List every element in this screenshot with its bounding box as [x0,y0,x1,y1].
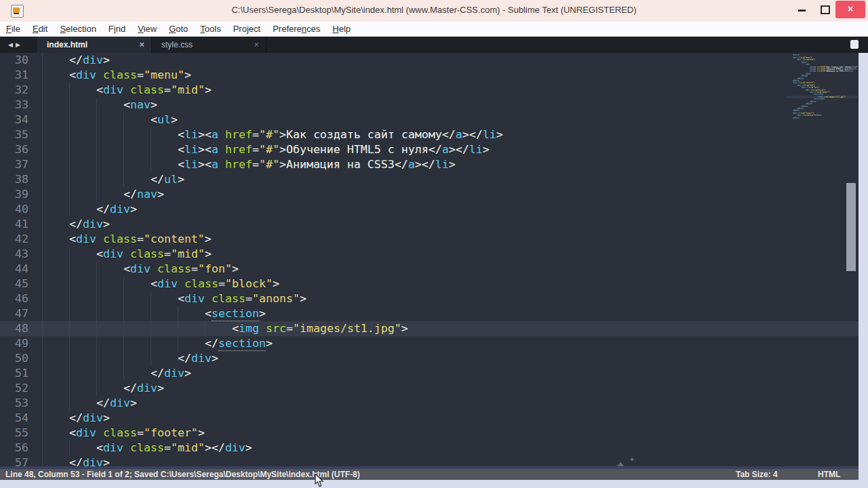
close-button[interactable]: × [835,1,865,18]
mouse-cursor [315,474,325,488]
tab-scroll-arrows[interactable]: ◀▶ [8,37,23,53]
code-line[interactable]: 35<li><a href="#">Как создать сайт самом… [0,127,859,142]
code-text: <section> [205,307,266,321]
line-number: 46 [0,291,28,306]
code-text: </ul> [151,173,184,186]
code-line[interactable]: 38</ul> [0,172,859,187]
code-line[interactable]: 30</div> [0,53,859,68]
code-line[interactable]: 56<div class="mid"></div> [0,441,859,455]
tab-close-icon[interactable]: × [254,37,259,53]
code-line[interactable]: 49</section> [0,336,859,351]
code-line[interactable]: 43<div class="mid"> [0,247,859,262]
line-number: 53 [0,396,28,411]
menu-item-file[interactable]: File [0,22,26,36]
tab-scroll-right-icon[interactable]: ▶ [16,41,23,48]
status-syntax[interactable]: HTML [818,469,840,480]
code-text: <nav> [123,98,157,111]
code-line[interactable]: 57</div> [0,455,859,466]
indent-guides [42,381,123,396]
status-tab-size[interactable]: Tab Size: 4 [736,469,778,480]
code-line[interactable]: 48<img src="images/st1.jpg"> [0,321,859,336]
indent-guides [42,98,123,113]
sparkle-icon: ✦ [615,458,625,466]
title-bar[interactable]: C:\Users\Serega\Desktop\MySite\index.htm… [0,0,868,22]
menu-item-edit[interactable]: Edit [26,22,54,36]
code-line[interactable]: 52</div> [0,381,859,396]
sublime-text-window: { "window": { "title": "C:\\Users\\Sereg… [0,0,868,488]
indent-guides [42,157,178,172]
indent-guides [42,68,69,83]
menu-item-tools[interactable]: Tools [194,22,226,36]
code-text: <li><a href="#">Анимация на CSS3</a></li… [178,158,456,171]
code-line[interactable]: 34<ul> [0,113,859,127]
indent-guides [42,53,69,68]
tab-scroll-left-icon[interactable]: ◀ [8,41,16,48]
indent-guides [42,113,151,127]
code-editor[interactable]: 30</div>31<div class="menu">32<div class… [0,53,859,466]
code-line[interactable]: 53</div> [0,396,859,411]
indent-guides [42,83,96,98]
code-line[interactable]: 39</nav> [0,187,859,202]
sparkle-icon: ✦ [629,455,635,464]
indent-guides [42,321,232,336]
indent-guides [42,426,69,441]
code-text: </section> [205,337,273,351]
code-line[interactable]: 47<section> [0,306,859,321]
minimize-button[interactable] [798,9,806,12]
code-line[interactable]: 33<nav> [0,98,859,113]
code-line[interactable]: 36<li><a href="#">Обучение HTML5 с нуля<… [0,142,859,157]
menu-item-preferences[interactable]: Preferences [267,22,326,36]
indent-guides [42,396,96,411]
line-number: 57 [0,455,28,466]
indent-guides [42,277,151,291]
tab-label: style.css [152,40,193,49]
code-text: <div class="fon"> [123,262,239,275]
code-text: </div> [69,218,110,230]
code-text: <ul> [151,113,178,126]
code-line[interactable]: 44<div class="fon"> [0,262,859,277]
tab-close-icon[interactable]: × [139,37,144,53]
code-line[interactable]: 46<div class="anons"> [0,291,859,306]
line-number: 34 [0,113,28,127]
tab-style.css[interactable]: style.css× [152,37,267,53]
code-text: <div class="anons"> [178,292,307,305]
code-line[interactable]: 32<div class="mid"> [0,83,859,98]
maximize-button[interactable] [821,5,830,14]
code-line[interactable]: 41</div> [0,217,859,232]
line-number: 43 [0,247,28,262]
code-line[interactable]: 31<div class="menu"> [0,68,859,83]
code-text: <div class="mid"></div> [96,441,252,454]
menu-item-project[interactable]: Project [227,22,267,36]
code-text: <li><a href="#">Анимация на CSS3</a></li… [810,70,853,73]
code-text: <div class="block"> [151,277,279,290]
indent-guides [42,306,205,321]
code-line[interactable]: 37<li><a href="#">Анимация на CSS3</a></… [0,157,859,172]
code-line[interactable]: 45<div class="block"> [0,277,859,291]
tab-bar: ◀▶ index.html×style.css× [0,37,868,53]
line-number: 33 [0,98,28,113]
code-line[interactable]: 55<div class="footer"> [0,426,859,441]
indent-guides [42,366,151,381]
code-line[interactable]: 50</div> [0,351,859,366]
line-number: 36 [0,142,28,157]
code-line[interactable]: 40</div> [0,202,859,217]
line-number: 51 [0,366,28,381]
indent-guides [42,262,123,277]
code-line[interactable]: 57</div> [787,117,857,119]
code-text: <li><a href="#">Как создать сайт самому<… [178,128,503,141]
tab-index.html[interactable]: index.html× [37,37,152,53]
menu-item-help[interactable]: Help [326,22,357,36]
minimap[interactable]: 30</div>31<div class="menu">32<div class… [787,54,857,146]
menu-item-goto[interactable]: Goto [163,22,194,36]
code-text: </div> [96,396,137,409]
code-line[interactable]: 42<div class="content"> [0,232,859,247]
code-line[interactable]: 54</div> [0,411,859,426]
vertical-scrollbar[interactable] [846,183,856,271]
menu-item-view[interactable]: View [132,22,163,36]
code-text: <div class="mid"></div> [797,115,822,117]
menu-item-selection[interactable]: Selection [54,22,102,36]
code-line[interactable]: 51</div> [0,366,859,381]
indent-guides [42,202,96,217]
tab-overflow-icon[interactable] [850,40,859,49]
menu-item-find[interactable]: Find [102,22,132,36]
